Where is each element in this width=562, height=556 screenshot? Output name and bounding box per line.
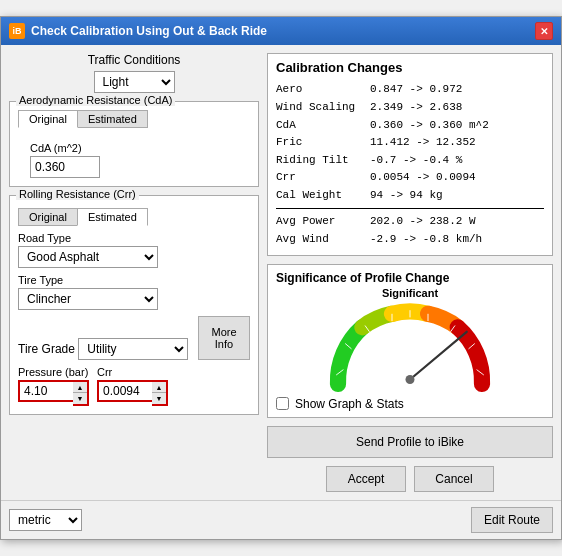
aero-group-title: Aerodynamic Resistance (CdA)	[16, 94, 175, 106]
calibration-title: Calibration Changes	[276, 60, 544, 75]
crr-tab-estimated[interactable]: Estimated	[77, 208, 148, 226]
aero-group: Aerodynamic Resistance (CdA) Original Es…	[9, 101, 259, 187]
pressure-group: Pressure (bar) 4.10 ▲ ▼	[18, 366, 89, 406]
send-profile-button[interactable]: Send Profile to iBike	[267, 426, 553, 458]
calibration-box: Calibration Changes Aero 0.847 -> 0.972 …	[267, 53, 553, 255]
accept-cancel-row: Accept Cancel	[267, 466, 553, 492]
crr-spinner: 0.0094 ▲ ▼	[97, 380, 168, 406]
tire-grade-row: Tire Grade Utility Training Race More In…	[18, 316, 250, 360]
title-bar: iB Check Calibration Using Out & Back Ri…	[1, 17, 561, 45]
tire-type-select[interactable]: Clincher Tubular Tubeless	[18, 288, 158, 310]
cda-field-row: CdA (m^2) 0.360	[18, 134, 250, 178]
title-bar-left: iB Check Calibration Using Out & Back Ri…	[9, 23, 267, 39]
traffic-dropdown-row: Light Moderate Heavy	[9, 71, 259, 93]
gauge-svg	[310, 303, 510, 393]
bottom-bar: metric imperial Edit Route	[1, 500, 561, 539]
cal-row-tilt: Riding Tilt -0.7 -> -0.4 %	[276, 152, 544, 170]
cal-name-wind: Wind Scaling	[276, 99, 366, 117]
cal-row-fric: Fric 11.412 -> 12.352	[276, 134, 544, 152]
crr-tabs: Original Estimated	[18, 208, 250, 226]
tire-type-label: Tire Type	[18, 274, 250, 286]
bottom-left: metric imperial	[9, 509, 82, 531]
road-type-label: Road Type	[18, 232, 250, 244]
cal-row-wind: Wind Scaling 2.349 -> 2.638	[276, 99, 544, 117]
pressure-input[interactable]: 4.10	[18, 380, 73, 402]
cal-values-tilt: -0.7 -> -0.4 %	[370, 152, 544, 170]
svg-point-10	[406, 375, 415, 384]
cal-row-wind2: Avg Wind -2.9 -> -0.8 km/h	[276, 231, 544, 249]
close-button[interactable]: ✕	[535, 22, 553, 40]
aero-tab-estimated[interactable]: Estimated	[77, 110, 148, 128]
show-graph-checkbox[interactable]	[276, 397, 289, 410]
crr-group: Rolling Resistance (Crr) Original Estima…	[9, 195, 259, 415]
significance-title: Significance of Profile Change	[276, 271, 544, 285]
tire-type-row: Tire Type Clincher Tubular Tubeless	[18, 274, 250, 310]
tire-grade-group: Tire Grade Utility Training Race	[18, 338, 192, 360]
cancel-button[interactable]: Cancel	[414, 466, 494, 492]
cal-name-fric: Fric	[276, 134, 366, 152]
cal-values-wind: 2.349 -> 2.638	[370, 99, 544, 117]
metric-select[interactable]: metric imperial	[9, 509, 82, 531]
tire-grade-select[interactable]: Utility Training Race	[78, 338, 188, 360]
crr-group-title: Rolling Resistance (Crr)	[16, 188, 139, 200]
cal-name-cda: CdA	[276, 117, 366, 135]
cal-name-aero: Aero	[276, 81, 366, 99]
crr-input-group: Crr 0.0094 ▲ ▼	[97, 366, 168, 406]
cal-name-crr: Crr	[276, 169, 366, 187]
pressure-down-arrow[interactable]: ▼	[73, 393, 87, 404]
aero-tabs: Original Estimated	[18, 110, 250, 128]
pressure-up-arrow[interactable]: ▲	[73, 382, 87, 393]
cal-row-aero: Aero 0.847 -> 0.972	[276, 81, 544, 99]
accept-button[interactable]: Accept	[326, 466, 406, 492]
cal-name-wind2: Avg Wind	[276, 231, 366, 249]
cal-name-tilt: Riding Tilt	[276, 152, 366, 170]
crr-down-arrow[interactable]: ▼	[152, 393, 166, 404]
cal-row-crr: Crr 0.0054 -> 0.0094	[276, 169, 544, 187]
cal-values-weight: 94 -> 94 kg	[370, 187, 544, 205]
road-type-select[interactable]: Good Asphalt Rough Asphalt Smooth Road	[18, 246, 158, 268]
cal-values-aero: 0.847 -> 0.972	[370, 81, 544, 99]
crr-up-arrow[interactable]: ▲	[152, 382, 166, 393]
cal-values-cda: 0.360 -> 0.360 m^2	[370, 117, 544, 135]
gauge-container	[276, 303, 544, 393]
more-info-button[interactable]: More Info	[198, 316, 250, 360]
crr-tab-original[interactable]: Original	[18, 208, 78, 226]
cal-values-crr: 0.0054 -> 0.0094	[370, 169, 544, 187]
show-graph-label: Show Graph & Stats	[295, 397, 404, 411]
cal-row-weight: Cal Weight 94 -> 94 kg	[276, 187, 544, 205]
main-content: Traffic Conditions Light Moderate Heavy …	[1, 45, 561, 499]
tire-grade-label: Tire Grade	[18, 342, 75, 356]
right-panel: Calibration Changes Aero 0.847 -> 0.972 …	[267, 53, 553, 491]
cda-input[interactable]: 0.360	[30, 156, 100, 178]
crr-input[interactable]: 0.0094	[97, 380, 152, 402]
show-graph-row: Show Graph & Stats	[276, 397, 544, 411]
svg-line-9	[410, 331, 467, 379]
significance-box: Significance of Profile Change Significa…	[267, 264, 553, 418]
road-type-row: Road Type Good Asphalt Rough Asphalt Smo…	[18, 232, 250, 268]
app-icon: iB	[9, 23, 25, 39]
cal-values-fric: 11.412 -> 12.352	[370, 134, 544, 152]
crr-input-label: Crr	[97, 366, 168, 378]
calibration-table: Aero 0.847 -> 0.972 Wind Scaling 2.349 -…	[276, 81, 544, 248]
cal-name-power: Avg Power	[276, 213, 366, 231]
cda-label: CdA (m^2)	[30, 142, 82, 154]
traffic-label: Traffic Conditions	[9, 53, 259, 67]
crr-spin-arrows: ▲ ▼	[152, 380, 168, 406]
edit-route-button[interactable]: Edit Route	[471, 507, 553, 533]
traffic-select[interactable]: Light Moderate Heavy	[94, 71, 175, 93]
cal-row-cda: CdA 0.360 -> 0.360 m^2	[276, 117, 544, 135]
window-title: Check Calibration Using Out & Back Ride	[31, 24, 267, 38]
cal-divider	[276, 208, 544, 209]
pressure-spin-arrows: ▲ ▼	[73, 380, 89, 406]
main-window: iB Check Calibration Using Out & Back Ri…	[0, 16, 562, 539]
left-panel: Traffic Conditions Light Moderate Heavy …	[9, 53, 259, 491]
cal-values-wind2: -2.9 -> -0.8 km/h	[370, 231, 544, 249]
cal-name-weight: Cal Weight	[276, 187, 366, 205]
cal-values-power: 202.0 -> 238.2 W	[370, 213, 544, 231]
pressure-spinner: 4.10 ▲ ▼	[18, 380, 89, 406]
pressure-crr-row: Pressure (bar) 4.10 ▲ ▼ Crr 0.0094	[18, 366, 250, 406]
pressure-label: Pressure (bar)	[18, 366, 89, 378]
significance-value: Significant	[276, 287, 544, 299]
cal-row-power: Avg Power 202.0 -> 238.2 W	[276, 213, 544, 231]
aero-tab-original[interactable]: Original	[18, 110, 78, 128]
